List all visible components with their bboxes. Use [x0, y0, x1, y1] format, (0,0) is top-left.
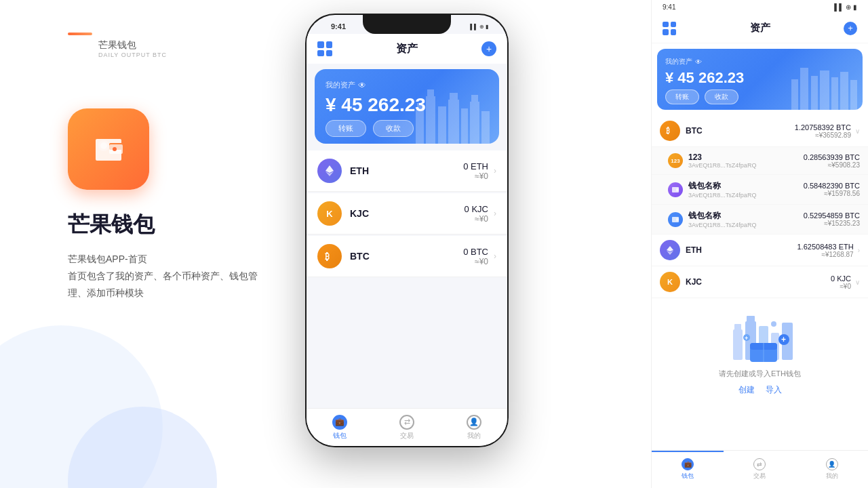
brand-subtitle: DAILY OUTPUT BTC [98, 52, 167, 58]
kjc-chevron: › [494, 209, 496, 218]
svg-rect-9 [438, 106, 446, 144]
app-title: 芒果钱包 [68, 210, 155, 240]
right-coin-wallet1[interactable]: 钱包名称 3AvEQt1R8...TsZ4fpaRQ 0.58482390 BT… [652, 175, 868, 205]
right-kjc-chevron: ∨ [855, 279, 860, 286]
right-kjc-info: KJC [686, 277, 831, 287]
right-coin-list: ₿ BTC 1.20758392 BTC ≈¥36592.89 ∨ 123 12… [652, 115, 868, 450]
svg-rect-22 [820, 70, 829, 110]
svg-marker-16 [326, 165, 334, 173]
receive-button[interactable]: 收款 [373, 120, 414, 137]
eth-amount: 0 ETH ≈¥0 [463, 161, 488, 181]
transfer-button[interactable]: 转账 [326, 120, 366, 137]
right-grid-icon[interactable] [663, 22, 676, 35]
phone-section: 9:41 ▌▌ ⊕ ▮ 资产 + [285, 14, 529, 488]
svg-rect-30 [676, 218, 679, 221]
svg-rect-14 [471, 95, 478, 103]
right-coin-wallet2[interactable]: 钱包名称 3AvEQt1R8...TsZ4fpaRQ 0.52954859 BT… [652, 205, 868, 235]
right-status-bar: 9:41 ▌▌ ⊕ ▮ [652, 0, 868, 14]
btc-amount: 0 BTC ≈¥0 [463, 247, 488, 266]
asset-card: 我的资产 👁 ¥ 45 262.23 转账 收款 [315, 69, 499, 144]
right-wallet1-icon [668, 182, 683, 197]
wallet-nav-icon: 💼 [332, 415, 347, 430]
svg-rect-25 [850, 80, 857, 110]
phone-nav-mine[interactable]: 👤 我的 [440, 409, 507, 446]
phone-nav-transaction[interactable]: ⇄ 交易 [374, 409, 441, 446]
empty-text: 请先创建或导入ETH钱包 [719, 369, 801, 379]
svg-rect-15 [481, 111, 490, 144]
eth-name: ETH [350, 165, 463, 176]
right-transfer-button[interactable]: 转账 [665, 89, 699, 104]
btc-chevron: › [494, 251, 496, 261]
svg-point-2 [113, 147, 117, 151]
svg-rect-8 [427, 89, 434, 98]
svg-rect-28 [676, 188, 679, 191]
svg-text:₿: ₿ [325, 251, 330, 262]
right-add-button[interactable]: + [844, 22, 857, 35]
right-eth-info: ETH [686, 245, 797, 255]
brand-name-top: 芒果钱包 [98, 39, 136, 52]
svg-point-47 [771, 321, 776, 327]
right-coin-123[interactable]: 123 123 3AvEQt1R8...TsZ4fpaRQ 0.28563939… [652, 147, 868, 175]
svg-rect-19 [791, 79, 798, 110]
phone-header-title: 资产 [396, 42, 418, 56]
right-kjc-val: 0 KJC ≈¥0 [831, 274, 851, 290]
right-btc-icon: ₿ [660, 121, 680, 141]
coin-item-btc[interactable]: ₿ BTC 0 BTC ≈¥0 › [307, 236, 507, 277]
right-wallet2-icon [668, 212, 683, 227]
phone-header: 资产 + [307, 34, 507, 64]
app-description: 芒果钱包APP-首页 首页包含了我的资产、各个币种资产、钱包管 理、添加币种模块 [68, 251, 258, 302]
coin-item-eth[interactable]: ETH 0 ETH ≈¥0 › [307, 150, 507, 192]
grid-icon[interactable] [317, 41, 332, 56]
create-wallet-link[interactable]: 创建 [738, 384, 755, 396]
svg-rect-6 [417, 103, 422, 110]
right-coin-btc[interactable]: ₿ BTC 1.20758392 BTC ≈¥36592.89 ∨ [652, 115, 868, 147]
right-header-title: 资产 [750, 22, 770, 35]
svg-text:+: + [745, 335, 748, 342]
right-btc-info: BTC [686, 126, 795, 136]
phone-nav-wallet[interactable]: 💼 钱包 [307, 409, 374, 446]
phone-bottom-nav: 💼 钱包 ⇄ 交易 👤 我的 [307, 408, 507, 446]
svg-rect-13 [470, 102, 479, 144]
right-coin-kjc[interactable]: K KJC 0 KJC ≈¥0 ∨ [652, 266, 868, 298]
svg-rect-21 [811, 76, 818, 110]
right-empty-state: + + 请先创建或导入ETH钱包 创建 导入 [652, 298, 868, 407]
kjc-amount: 0 KJC ≈¥0 [465, 204, 488, 224]
phone-frame: 9:41 ▌▌ ⊕ ▮ 资产 + [305, 14, 509, 447]
svg-rect-24 [840, 72, 848, 110]
svg-rect-11 [450, 93, 458, 101]
right-nav-mine[interactable]: 👤 我的 [796, 451, 868, 488]
right-nav-transaction[interactable]: ⇄ 交易 [724, 451, 795, 488]
eth-chevron: › [494, 166, 496, 176]
right-wallet2-info: 钱包名称 3AvEQt1R8...TsZ4fpaRQ [688, 210, 804, 228]
phone-screen: 9:41 ▌▌ ⊕ ▮ 资产 + [307, 15, 507, 446]
right-123-info: 123 3AvEQt1R8...TsZ4fpaRQ [688, 152, 804, 169]
right-asset-card: 我的资产 👁 ¥ 45 262.23 转账 收款 [657, 49, 863, 110]
right-eth-val: 1.62508483 ETH ≈¥1268.87 [797, 243, 853, 258]
svg-rect-34 [734, 324, 741, 331]
app-icon [68, 108, 149, 190]
right-receive-button[interactable]: 收款 [705, 89, 738, 104]
svg-marker-31 [667, 246, 673, 251]
right-bottom-nav: 💼 钱包 ⇄ 交易 👤 我的 [652, 450, 868, 488]
right-kjc-icon: K [660, 272, 680, 292]
accent-bar [68, 33, 92, 35]
transaction-nav-icon: ⇄ [399, 415, 414, 430]
phone-time: 9:41 [331, 22, 346, 30]
svg-rect-20 [800, 68, 808, 110]
right-btc-chevron: ∨ [855, 127, 860, 135]
phone-notch [363, 15, 451, 34]
coin-item-kjc[interactable]: K KJC 0 KJC ≈¥0 › [307, 193, 507, 235]
svg-rect-12 [461, 108, 468, 144]
right-nav-wallet[interactable]: 💼 钱包 [652, 451, 724, 488]
right-eth-icon [660, 240, 680, 260]
add-button[interactable]: + [481, 41, 496, 56]
svg-rect-33 [733, 329, 743, 360]
kjc-name: KJC [350, 208, 465, 219]
right-wallet-nav-icon: 💼 [682, 458, 694, 470]
phone-coin-list: ETH 0 ETH ≈¥0 › K KJC 0 KJC ≈¥0 [307, 150, 507, 408]
right-mine-nav-icon: 👤 [826, 458, 838, 470]
right-status-icons: ▌▌ ⊕ ▮ [834, 3, 857, 11]
right-wallet1-val: 0.58482390 BTC ≈¥15978.56 [804, 182, 860, 197]
right-coin-eth[interactable]: ETH 1.62508483 ETH ≈¥1268.87 › [652, 235, 868, 266]
import-wallet-link[interactable]: 导入 [766, 384, 782, 396]
